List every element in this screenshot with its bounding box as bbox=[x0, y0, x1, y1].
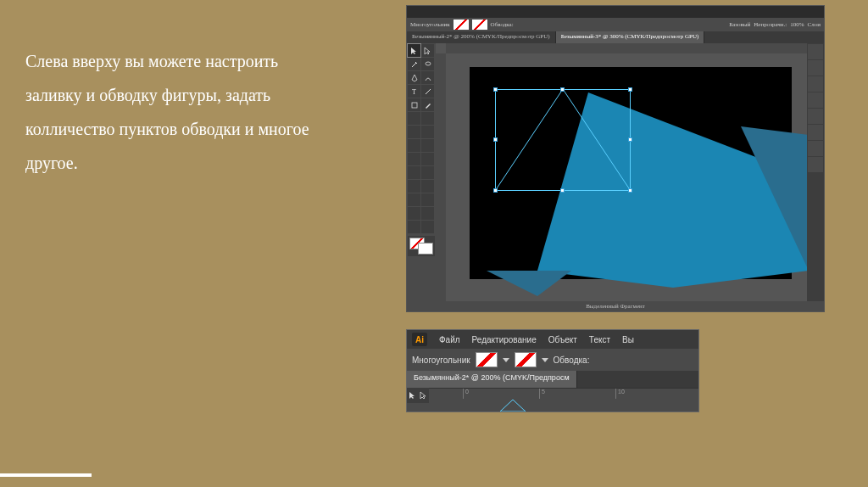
menu-file[interactable]: Файл bbox=[439, 335, 460, 344]
control-bar: Многоугольник Обводка: Базовый Непрозрач… bbox=[407, 18, 824, 31]
status-text: Выделенный Фрагмент bbox=[586, 303, 645, 310]
document-tabs-detail: Безымянный-2* @ 200% (CMYK/Предпросм bbox=[407, 371, 698, 388]
gradient-tool-icon[interactable] bbox=[421, 166, 434, 179]
svg-marker-6 bbox=[487, 271, 571, 296]
fill-swatch[interactable] bbox=[453, 20, 469, 30]
properties-panel-icon[interactable] bbox=[808, 44, 823, 59]
selection-handle[interactable] bbox=[560, 87, 565, 92]
artboard-tool-icon[interactable] bbox=[408, 207, 420, 220]
rectangle-tool-icon[interactable] bbox=[408, 98, 420, 111]
direct-selection-tool-icon[interactable] bbox=[421, 44, 434, 57]
stroke-label: Обводка: bbox=[491, 21, 514, 28]
app-logo-icon: Ai bbox=[412, 333, 427, 346]
chevron-down-icon[interactable] bbox=[503, 358, 509, 362]
horizontal-ruler-detail: 0 5 10 bbox=[429, 388, 698, 398]
slide-accent-line bbox=[0, 473, 92, 477]
menu-type[interactable]: Текст bbox=[589, 335, 610, 344]
rotate-tool-icon[interactable] bbox=[408, 126, 420, 138]
menu-object[interactable]: Объект bbox=[548, 335, 577, 344]
transparency-panel-icon[interactable] bbox=[808, 157, 823, 172]
lasso-tool-icon[interactable] bbox=[421, 58, 434, 70]
artwork-peek bbox=[500, 400, 526, 411]
selection-bounding-box[interactable] bbox=[495, 89, 631, 191]
stroke-swatch[interactable] bbox=[472, 20, 487, 30]
artwork-shapes[interactable] bbox=[520, 101, 807, 288]
document-tabs: Безымянный-2* @ 200% (CMYK/Предпросмотр … bbox=[407, 31, 824, 43]
opacity-label: Непрозрачн.: bbox=[754, 21, 787, 28]
eyedropper-tool-icon[interactable] bbox=[408, 180, 420, 193]
selection-handle[interactable] bbox=[493, 137, 498, 142]
swatches-panel-icon[interactable] bbox=[808, 76, 823, 92]
column-graph-tool-icon[interactable] bbox=[421, 193, 434, 206]
toolbox-detail bbox=[407, 388, 429, 403]
document-tab-detail[interactable]: Безымянный-2* @ 200% (CMYK/Предпросм bbox=[407, 371, 577, 388]
selection-handle[interactable] bbox=[628, 87, 632, 92]
slice-tool-icon[interactable] bbox=[421, 207, 434, 220]
eraser-tool-icon[interactable] bbox=[421, 112, 434, 125]
line-tool-icon[interactable] bbox=[421, 85, 434, 98]
svg-line-2 bbox=[426, 89, 431, 94]
fill-swatch-detail[interactable] bbox=[476, 352, 498, 367]
description-panel: Слева вверху вы можете настроить заливку… bbox=[25, 44, 331, 180]
selection-handle[interactable] bbox=[493, 188, 498, 193]
type-tool-icon[interactable]: T bbox=[408, 85, 420, 98]
vertical-ruler bbox=[436, 53, 446, 301]
scale-tool-icon[interactable] bbox=[421, 126, 434, 138]
symbol-sprayer-tool-icon[interactable] bbox=[408, 193, 420, 206]
stroke-color-icon[interactable] bbox=[418, 243, 433, 255]
canvas-area[interactable] bbox=[436, 43, 807, 301]
illustrator-screenshot-detail: Ai Файл Редактирование Объект Текст Вы М… bbox=[406, 329, 699, 412]
menu-edit[interactable]: Редактирование bbox=[472, 335, 537, 344]
color-panel-icon[interactable] bbox=[808, 60, 823, 76]
width-tool-icon[interactable] bbox=[408, 139, 420, 152]
brushes-panel-icon[interactable] bbox=[808, 92, 823, 108]
free-transform-tool-icon[interactable] bbox=[421, 139, 434, 152]
perspective-tool-icon[interactable] bbox=[421, 153, 434, 165]
horizontal-ruler bbox=[446, 43, 807, 53]
workspace: T bbox=[407, 43, 824, 301]
layers-panel-icon[interactable] bbox=[808, 125, 823, 140]
selection-tool-icon[interactable] bbox=[407, 388, 418, 403]
paintbrush-tool-icon[interactable] bbox=[421, 98, 434, 111]
svg-text:T: T bbox=[412, 88, 416, 96]
stroke-panel-icon[interactable] bbox=[808, 109, 823, 124]
selection-handle[interactable] bbox=[493, 87, 498, 92]
direct-selection-tool-icon[interactable] bbox=[418, 388, 429, 403]
ruler-tick: 0 bbox=[463, 389, 469, 399]
stroke-swatch-detail[interactable] bbox=[515, 352, 537, 367]
zoom-tool-icon[interactable] bbox=[421, 221, 434, 233]
right-panel-dock bbox=[807, 43, 824, 301]
hand-tool-icon[interactable] bbox=[408, 221, 420, 233]
ruler-tick: 10 bbox=[615, 389, 625, 399]
illustrator-screenshot-main: Многоугольник Обводка: Базовый Непрозрач… bbox=[406, 5, 825, 312]
artboard[interactable] bbox=[470, 67, 792, 279]
selection-handle[interactable] bbox=[628, 137, 632, 142]
svg-marker-8 bbox=[500, 400, 526, 411]
selection-tool-icon[interactable] bbox=[408, 44, 420, 57]
tool-label-detail: Многоугольник bbox=[412, 355, 470, 365]
document-tab-0[interactable]: Безымянный-2* @ 200% (CMYK/Предпросмотр … bbox=[407, 31, 556, 43]
ruler-tick: 5 bbox=[539, 389, 545, 399]
blend-tool-icon[interactable] bbox=[421, 180, 434, 193]
magic-wand-tool-icon[interactable] bbox=[408, 58, 420, 70]
tool-label: Многоугольник bbox=[410, 21, 450, 28]
mesh-tool-icon[interactable] bbox=[408, 166, 420, 179]
svg-point-0 bbox=[426, 62, 431, 65]
menu-more[interactable]: Вы bbox=[622, 335, 634, 344]
selection-handle[interactable] bbox=[560, 188, 565, 193]
app-titlebar bbox=[407, 6, 824, 18]
control-bar-detail: Многоугольник Обводка: bbox=[407, 349, 698, 371]
shape-builder-tool-icon[interactable] bbox=[408, 153, 420, 165]
fill-stroke-well[interactable] bbox=[408, 236, 435, 256]
shaper-tool-icon[interactable] bbox=[408, 112, 420, 125]
pen-tool-icon[interactable] bbox=[408, 71, 420, 84]
svg-rect-3 bbox=[412, 103, 417, 108]
curvature-tool-icon[interactable] bbox=[421, 71, 434, 84]
toolbox: T bbox=[407, 43, 436, 301]
appearance-panel-icon[interactable] bbox=[808, 141, 823, 156]
document-tab-1[interactable]: Безымянный-3* @ 300% (CMYK/Предпросмотр … bbox=[556, 31, 705, 43]
selection-handle[interactable] bbox=[628, 188, 632, 193]
layers-label: Слои bbox=[808, 21, 821, 28]
chevron-down-icon[interactable] bbox=[542, 358, 548, 362]
opacity-value: 100% bbox=[790, 21, 804, 28]
